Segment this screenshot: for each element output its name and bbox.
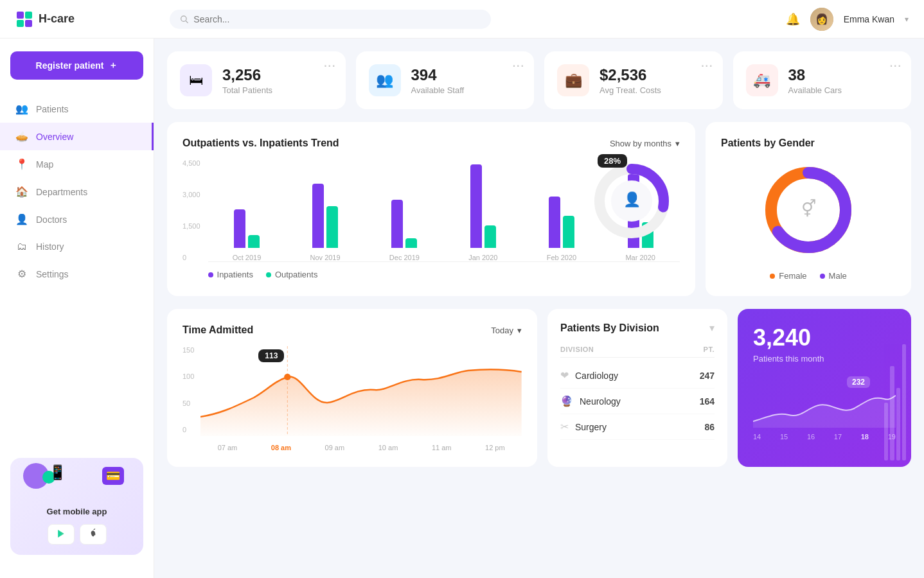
phone-decoration: 📱 xyxy=(49,464,66,481)
departments-icon: 🏠 xyxy=(15,186,28,198)
sidebar-item-departments[interactable]: 🏠 Departments xyxy=(0,178,154,206)
mid-row: Outpatients vs. Inpatients Trend Show by… xyxy=(167,122,911,296)
time-x-11am: 11 am xyxy=(432,444,452,451)
time-y-axis: 150 100 50 0 xyxy=(182,346,194,451)
search-icon xyxy=(180,15,188,24)
stat-card-patients: 🛏 3,256 Total Patients ··· xyxy=(167,51,346,109)
google-play-button[interactable] xyxy=(48,524,75,545)
division-col-name: DIVISION xyxy=(560,346,594,353)
legend-dot-male xyxy=(820,274,825,279)
stat-card-cars: 🚑 38 Available Cars ··· xyxy=(733,51,912,109)
sidebar-label-overview: Overview xyxy=(36,132,73,142)
division-name-surgery: Surgery xyxy=(575,422,698,432)
monthly-stats-card: 3,240 Patients this month 232 xyxy=(738,309,911,467)
stat-icon-costs: 💼 xyxy=(557,64,589,96)
notification-bell-icon[interactable]: 🔔 xyxy=(786,12,800,26)
user-name: Emma Kwan xyxy=(844,14,894,24)
monthly-stats-value: 3,240 xyxy=(753,324,896,351)
gender-chart-card: Patients by Gender ⚥ Female xyxy=(706,122,911,296)
apple-store-button[interactable] xyxy=(80,524,107,545)
sidebar-item-settings[interactable]: ⚙ Settings xyxy=(0,260,154,288)
stat-info-staff: 394 Available Staff xyxy=(411,66,465,95)
sidebar-label-departments: Departments xyxy=(36,187,87,197)
stat-label-staff: Available Staff xyxy=(411,85,465,95)
sidebar-item-patients[interactable]: 👥 Patients xyxy=(0,95,154,123)
sidebar-label-history: History xyxy=(36,241,64,252)
sidebar-item-map[interactable]: 📍 Map xyxy=(0,150,154,178)
sidebar-label-map: Map xyxy=(36,159,53,170)
bar-pair-feb xyxy=(549,197,574,248)
time-x-09am: 09 am xyxy=(325,444,345,451)
stat-icon-staff: 👥 xyxy=(369,64,401,96)
gender-chart-title: Patients by Gender xyxy=(721,137,896,149)
register-patient-button[interactable]: Register patient ＋ xyxy=(10,51,143,80)
stat-more-cars[interactable]: ··· xyxy=(890,60,902,72)
legend-outpatients: Outpatients xyxy=(266,270,318,279)
stat-card-staff: 👥 394 Available Staff ··· xyxy=(356,51,535,109)
legend-male: Male xyxy=(820,271,847,281)
division-more-icon[interactable]: ▾ xyxy=(709,322,715,334)
time-y-150: 150 xyxy=(182,346,194,354)
trend-chart-legend: Inpatients Outpatients xyxy=(208,270,680,279)
donut-pct: 28% xyxy=(604,156,621,166)
stats-row: 🛏 3,256 Total Patients ··· 👥 394 Availab… xyxy=(167,51,911,109)
bottom-row: Time Admitted Today ▾ 150 100 50 0 xyxy=(167,309,911,467)
main-layout: Register patient ＋ 👥 Patients 🥧 Overview… xyxy=(0,39,924,578)
trend-filter[interactable]: Show by months ▾ xyxy=(610,139,680,148)
purple-x-16: 16 xyxy=(807,433,815,441)
stat-more-staff[interactable]: ··· xyxy=(513,60,525,72)
svg-rect-2 xyxy=(17,20,24,27)
division-header: Patients By Division ▾ xyxy=(560,322,715,334)
bar-label-jan: Jan 2020 xyxy=(468,254,497,261)
cardiology-icon: ❤ xyxy=(560,369,569,381)
bar-pair-oct xyxy=(234,209,260,248)
history-icon: 🗂 xyxy=(15,241,28,252)
overview-icon: 🥧 xyxy=(15,130,28,143)
bar-group-oct: Oct 2019 xyxy=(233,209,262,261)
division-col-headers: DIVISION PT. xyxy=(560,342,715,358)
trend-filter-label: Show by months xyxy=(610,139,671,148)
stat-label-cars: Available Cars xyxy=(788,85,842,95)
legend-label-inpatients: Inpatients xyxy=(217,270,253,279)
sidebar-item-doctors[interactable]: 👤 Doctors xyxy=(0,206,154,233)
time-y-100: 100 xyxy=(182,372,194,380)
top-navigation: H-care 🔔 👩 Emma Kwan ▾ xyxy=(0,0,924,39)
svg-rect-1 xyxy=(25,12,32,19)
bar-label-nov: Nov 2019 xyxy=(310,254,341,261)
stat-info-patients: 3,256 Total Patients xyxy=(222,66,272,95)
search-input[interactable] xyxy=(193,14,481,24)
bar-inpatients-dec xyxy=(391,200,403,248)
division-count-cardiology: 247 xyxy=(700,371,715,381)
stat-value-cars: 38 xyxy=(788,66,842,84)
user-menu-chevron-icon[interactable]: ▾ xyxy=(905,15,909,24)
time-line-area: 113 xyxy=(200,346,522,451)
stat-more-costs[interactable]: ··· xyxy=(701,60,713,72)
search-bar[interactable] xyxy=(170,10,491,29)
app-name: H-care xyxy=(39,12,75,26)
stat-more-patients[interactable]: ··· xyxy=(324,60,336,72)
legend-inpatients: Inpatients xyxy=(208,270,253,279)
bar-label-oct: Oct 2019 xyxy=(233,254,262,261)
bar-outpatients-oct xyxy=(248,235,260,248)
legend-dot-inpatients xyxy=(208,272,213,277)
sidebar: Register patient ＋ 👥 Patients 🥧 Overview… xyxy=(0,39,154,578)
sidebar-item-history[interactable]: 🗂 History xyxy=(0,233,154,260)
stat-card-costs: 💼 $2,536 Avg Treat. Costs ··· xyxy=(544,51,723,109)
purple-x-17: 17 xyxy=(834,433,842,441)
doctors-icon: 👤 xyxy=(15,213,28,225)
legend-female: Female xyxy=(770,271,806,281)
time-tooltip-value: 113 xyxy=(265,351,278,360)
purple-chart-tooltip: 232 xyxy=(847,376,870,388)
store-buttons xyxy=(21,524,133,545)
time-filter[interactable]: Today ▾ xyxy=(491,326,522,335)
surgery-icon: ✂ xyxy=(560,421,569,433)
stat-info-cars: 38 Available Cars xyxy=(788,66,842,95)
bars-area: 👤 28% xyxy=(208,159,680,279)
svg-text:⚥: ⚥ xyxy=(801,199,816,218)
gender-donut-svg: ⚥ xyxy=(760,162,857,258)
purple-x-14: 14 xyxy=(753,433,761,441)
mobile-card-title: Get mobile app xyxy=(21,507,133,516)
sidebar-item-overview[interactable]: 🥧 Overview xyxy=(0,123,154,150)
division-name-neurology: Neurology xyxy=(580,396,693,407)
time-x-08am: 08 am xyxy=(271,444,291,451)
